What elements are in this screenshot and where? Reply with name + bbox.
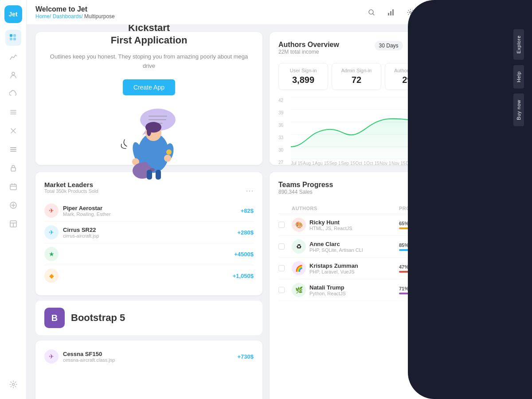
kristaps-progress: 47%	[399, 264, 452, 273]
period-tab-30days[interactable]: 30 Days	[375, 41, 403, 51]
svg-point-46	[147, 127, 151, 136]
users-filter[interactable]: All Users ▾	[415, 186, 450, 196]
search-label: Search	[466, 188, 483, 194]
ricky-bar	[399, 227, 443, 229]
sidebar: Jet	[0, 0, 27, 399]
y-label-39: 39	[278, 110, 283, 115]
grid-button[interactable]	[442, 5, 457, 20]
sidebar-item-analytics[interactable]	[5, 48, 21, 64]
natali-pct: 71%	[399, 286, 452, 291]
ricky-progress: 65%	[399, 221, 452, 229]
market-subtitle: Total 350k Products Sold	[44, 188, 98, 194]
anne-author: ♻ Anne Clarc PHP, SQLite, Artisan CLI	[292, 239, 399, 254]
anne-bar	[399, 249, 443, 251]
stat-failed-label: Failed Attempts	[444, 68, 482, 73]
breadcrumb-dashboards[interactable]: Dashboards/	[53, 13, 83, 20]
svg-rect-55	[147, 170, 152, 180]
sidebar-item-menu[interactable]	[5, 141, 21, 157]
period-tab-oct[interactable]: Oct 2020	[442, 41, 472, 51]
ricky-checkbox[interactable]	[278, 222, 285, 228]
ricky-author: 🎨 Ricky Hunt HTML, JS, ReactJS	[292, 218, 399, 232]
kristaps-checkbox[interactable]	[278, 265, 285, 271]
cessna-name: Cessna SF150	[63, 351, 237, 357]
authors-overview-card: Authors Overview 22M total income 30 Day…	[270, 32, 497, 165]
natali-author: 🌿 Natali Trump Python, ReactJS	[292, 283, 399, 297]
natali-bar-fill	[399, 293, 430, 294]
sidebar-item-add[interactable]	[5, 197, 21, 213]
search-button[interactable]	[364, 5, 379, 20]
create-app-button[interactable]: Create App	[123, 79, 175, 95]
natali-info: Natali Trump Python, ReactJS	[309, 284, 346, 296]
teams-search[interactable]: Search	[454, 186, 488, 196]
app-logo[interactable]: Jet	[4, 5, 22, 23]
sidebar-item-dashboard[interactable]	[5, 30, 21, 46]
team-row-kristaps: 🌈 Kristaps Zumman PHP, Laravel, VueJS 47…	[278, 258, 488, 279]
header-title-section: Welcome to Jet Home/ Dashboards/ Multipu…	[35, 5, 360, 20]
sidebar-item-lock[interactable]	[5, 160, 21, 176]
col-action: ACTION	[452, 206, 488, 211]
buy-now-button[interactable]: Buy now	[513, 94, 524, 126]
col-progress: PROGRESS	[399, 206, 452, 211]
explore-button[interactable]: Explore	[513, 29, 524, 60]
hero-illustration	[105, 104, 193, 175]
sidebar-item-calendar[interactable]	[5, 179, 21, 195]
period-more[interactable]: More	[476, 43, 488, 49]
cessna-value: +730$	[237, 353, 254, 360]
market-item-cessna: ✈ Cessna SF150 cessna-aircraft.class.jsp…	[44, 346, 254, 367]
ricky-skills: HTML, JS, ReactJS	[309, 226, 352, 231]
natali-bar	[399, 293, 443, 294]
help-button[interactable]: Help	[513, 65, 524, 89]
natali-progress: 71%	[399, 286, 452, 294]
anne-skills: PHP, SQLite, Artisan CLI	[309, 247, 363, 253]
anne-avatar: ♻	[292, 239, 306, 254]
stat-author-signin-label: Author Sign-in	[391, 68, 429, 73]
col-authors: AUTHORS	[292, 206, 399, 211]
stat-failed-value: 6	[444, 75, 482, 85]
svg-point-53	[141, 162, 148, 169]
settings-icon[interactable]	[5, 376, 21, 392]
team-row-natali: 🌿 Natali Trump Python, ReactJS 71% View	[278, 279, 488, 301]
chart-button[interactable]	[384, 5, 398, 20]
chart-container: 42 39 36 33 30 27	[278, 97, 488, 166]
svg-rect-12	[10, 151, 16, 152]
natali-checkbox[interactable]	[278, 287, 285, 293]
dark-mode-button[interactable]	[462, 5, 476, 20]
svg-point-30	[410, 12, 411, 13]
svg-rect-56	[156, 170, 161, 180]
svg-rect-2	[10, 38, 12, 40]
col-checkbox	[278, 206, 292, 211]
settings-button[interactable]	[403, 5, 418, 20]
ricky-view-button[interactable]: View	[452, 220, 474, 230]
anne-checkbox[interactable]	[278, 243, 285, 250]
chart-x-labels: Jul 15 Aug 1 Agu 15 Sep 1 Sep 15 Oct 1 O…	[291, 161, 488, 166]
stat-user-signin-value: 3,899	[284, 75, 322, 85]
sidebar-item-layout[interactable]	[5, 216, 21, 232]
cessna-logo: ✈	[44, 349, 59, 364]
natali-view-button[interactable]: View	[452, 285, 474, 295]
filter-label: All Users	[420, 188, 441, 194]
sidebar-item-cloud[interactable]	[5, 86, 21, 102]
anne-pct: 85%	[399, 243, 452, 248]
kristaps-view-button[interactable]: View	[452, 263, 474, 273]
y-label-27: 27	[278, 160, 283, 165]
y-label-33: 33	[278, 135, 283, 140]
breadcrumb-home[interactable]: Home/	[35, 13, 51, 20]
kristaps-name: Kristaps Zumman	[309, 262, 358, 269]
piper-logo: ✈	[44, 203, 59, 218]
notifications-button[interactable]	[423, 5, 437, 20]
svg-point-50	[164, 155, 171, 162]
teams-progress-card: Teams Progress 890,344 Sales All Users ▾…	[270, 172, 497, 399]
svg-rect-29	[392, 9, 394, 16]
teams-title: Teams Progress	[278, 181, 333, 189]
cirrus-logo: ✈	[44, 225, 59, 239]
natali-skills: Python, ReactJS	[309, 291, 346, 296]
market-more-button[interactable]: ⋯	[246, 186, 254, 196]
stat-admin-signin-value: 72	[337, 75, 376, 85]
sidebar-item-users[interactable]	[5, 67, 21, 83]
bootstrap-text: Bootstrap 5	[71, 312, 125, 324]
sidebar-item-close[interactable]	[5, 123, 21, 139]
sidebar-item-list[interactable]	[5, 104, 21, 120]
anne-view-button[interactable]: View	[452, 242, 474, 251]
teams-filters: All Users ▾ Search	[415, 186, 488, 196]
period-tab-sep[interactable]: Sep 2020	[407, 41, 438, 51]
